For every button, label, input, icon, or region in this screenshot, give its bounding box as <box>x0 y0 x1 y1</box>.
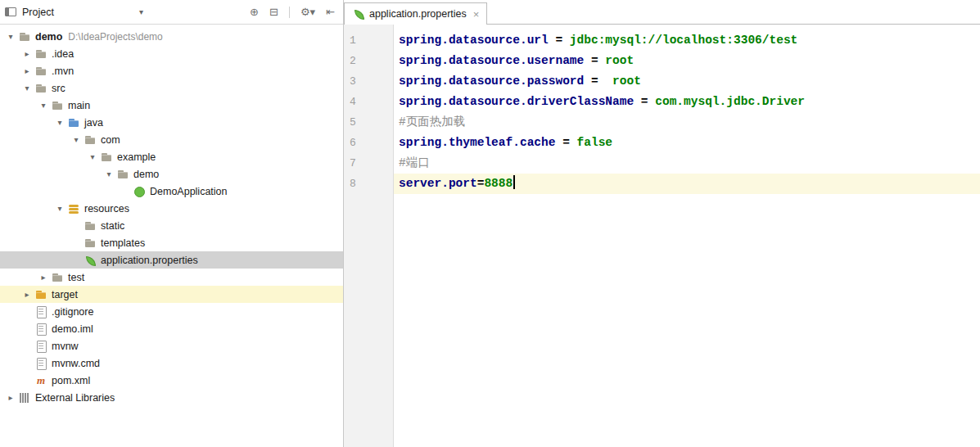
chevron-expanded-icon[interactable]: ▾ <box>36 101 51 110</box>
libraries-icon <box>18 391 31 404</box>
code-op: = <box>549 34 570 47</box>
spring-class-icon <box>133 185 146 198</box>
indent-spacer <box>0 88 20 88</box>
tree-item-target[interactable]: ▸target <box>0 286 343 303</box>
tree-item-main[interactable]: ▾main <box>0 97 343 114</box>
indent-spacer <box>0 105 36 106</box>
project-path: D:\IdeaProjects\demo <box>68 31 162 43</box>
chevron-collapsed-icon[interactable]: ▸ <box>20 49 34 58</box>
maven-icon: m <box>34 374 47 387</box>
chevron-expanded-icon[interactable]: ▾ <box>20 84 34 93</box>
folder-icon <box>100 151 113 164</box>
indent-spacer <box>0 53 20 54</box>
tree-item-label: example <box>117 151 156 163</box>
ide-window: Project ▾ ⊕⊟⚙▾⇤ ▾demoD:\IdeaProjects\dem… <box>0 0 980 447</box>
line-number[interactable]: 6 <box>344 133 393 153</box>
code-val: com.mysql.jdbc.Driver <box>655 95 805 108</box>
indent-spacer <box>0 156 85 157</box>
tree-item-label: mvnw <box>52 341 79 352</box>
chevron-collapsed-icon[interactable]: ▸ <box>20 66 34 75</box>
project-tree: ▾demoD:\IdeaProjects\demo▸.idea▸.mvn▾src… <box>0 25 343 447</box>
tree-item-static[interactable]: static <box>0 217 343 234</box>
tree-item-label: com <box>101 134 120 146</box>
tree-item-mvnw-cmd[interactable]: mvnw.cmd <box>0 354 343 372</box>
tree-item-mvn[interactable]: ▸.mvn <box>0 62 343 79</box>
folder-icon <box>84 237 97 250</box>
tree-item-application-properties[interactable]: application.properties <box>0 251 343 269</box>
tree-item-demo[interactable]: ▾demo <box>0 165 343 183</box>
code-line-7[interactable]: #端口 <box>394 153 980 174</box>
indent-spacer <box>0 208 52 209</box>
project-header-icons: ⊕⊟⚙▾⇤ <box>239 6 335 19</box>
code-line-3[interactable]: spring.datasource.password = root <box>394 71 980 92</box>
tree-item-external-libraries[interactable]: ▸External Libraries <box>0 389 343 406</box>
code-area[interactable]: spring.datasource.url = jdbc:mysql://loc… <box>394 25 980 447</box>
chevron-collapsed-icon[interactable]: ▸ <box>20 290 34 299</box>
indent-spacer <box>0 345 20 346</box>
folder-icon <box>84 219 97 233</box>
indent-spacer <box>0 380 20 381</box>
text-cursor <box>513 175 515 189</box>
project-dropdown-icon[interactable]: ▾ <box>139 7 143 16</box>
chevron-expanded-icon[interactable]: ▾ <box>85 152 100 161</box>
line-number[interactable]: 7 <box>344 153 393 174</box>
code-line-1[interactable]: spring.datasource.url = jdbc:mysql://loc… <box>394 30 980 51</box>
code-val: jdbc:mysql://localhost:3306/test <box>570 34 797 47</box>
tree-item-src[interactable]: ▾src <box>0 79 343 97</box>
tree-item-test[interactable]: ▸test <box>0 269 343 286</box>
settings-gear-icon[interactable]: ⚙▾ <box>300 6 315 19</box>
chevron-expanded-icon[interactable]: ▾ <box>69 135 84 144</box>
editor-panel: application.properties × 12345678 spring… <box>344 0 980 447</box>
folder-icon <box>84 133 97 147</box>
tree-item-label: target <box>52 289 78 300</box>
chevron-expanded-icon[interactable]: ▾ <box>52 118 67 127</box>
chevron-collapsed-icon[interactable]: ▸ <box>36 273 51 282</box>
chevron-collapsed-icon[interactable]: ▸ <box>3 393 18 402</box>
tree-item-java[interactable]: ▾java <box>0 114 343 131</box>
tree-item-mvnw[interactable]: mvnw <box>0 337 343 354</box>
tree-item-label: pom.xml <box>52 375 90 386</box>
tree-item-templates[interactable]: templates <box>0 234 343 251</box>
code-val: 8888 <box>484 177 513 190</box>
tab-application-properties[interactable]: application.properties × <box>344 2 487 25</box>
code-line-5[interactable]: #页面热加载 <box>394 112 980 133</box>
code-comment: #页面热加载 <box>399 115 465 129</box>
code-line-6[interactable]: spring.thymeleaf.cache = false <box>394 133 980 153</box>
tree-item-idea[interactable]: ▸.idea <box>0 45 343 62</box>
folder-icon <box>34 47 47 61</box>
code-line-8[interactable]: server.port=8888 <box>394 174 980 194</box>
line-number[interactable]: 2 <box>344 51 393 71</box>
code-line-2[interactable]: spring.datasource.username = root <box>394 51 980 71</box>
tree-item-demoapplication[interactable]: DemoApplication <box>0 183 343 200</box>
line-number[interactable]: 8 <box>344 174 393 194</box>
project-toolwindow-icon[interactable] <box>5 7 16 16</box>
line-number[interactable]: 4 <box>344 92 393 112</box>
indent-spacer <box>0 328 20 329</box>
code-op: = <box>584 74 612 88</box>
tree-item-label: resources <box>84 203 129 214</box>
tree-item-demo[interactable]: ▾demoD:\IdeaProjects\demo <box>0 28 343 45</box>
code-key: spring.datasource.driverClassName <box>399 95 634 108</box>
chevron-expanded-icon[interactable]: ▾ <box>52 204 67 213</box>
line-number[interactable]: 3 <box>344 71 393 92</box>
project-panel-title[interactable]: Project <box>22 7 54 18</box>
tree-item-pom-xml[interactable]: mpom.xml <box>0 372 343 389</box>
line-number[interactable]: 5 <box>344 112 393 133</box>
hide-panel-icon[interactable]: ⇤ <box>326 6 335 19</box>
tree-item-gitignore[interactable]: .gitignore <box>0 303 343 320</box>
tree-item-label: .mvn <box>52 65 74 77</box>
folder-icon <box>34 82 47 95</box>
chevron-expanded-icon[interactable]: ▾ <box>3 32 18 41</box>
tree-item-example[interactable]: ▾example <box>0 148 343 165</box>
tree-item-demo-iml[interactable]: demo.iml <box>0 320 343 337</box>
folder-icon <box>116 168 129 181</box>
collapse-all-icon[interactable]: ⊟ <box>269 6 278 19</box>
chevron-expanded-icon[interactable]: ▾ <box>102 169 116 178</box>
tree-item-label: mvnw.cmd <box>52 358 100 369</box>
tab-close-icon[interactable]: × <box>473 9 480 20</box>
tree-item-resources[interactable]: ▾resources <box>0 200 343 217</box>
line-number[interactable]: 1 <box>344 30 393 51</box>
locate-icon[interactable]: ⊕ <box>250 6 259 19</box>
code-line-4[interactable]: spring.datasource.driverClassName = com.… <box>394 92 980 112</box>
tree-item-com[interactable]: ▾com <box>0 131 343 148</box>
